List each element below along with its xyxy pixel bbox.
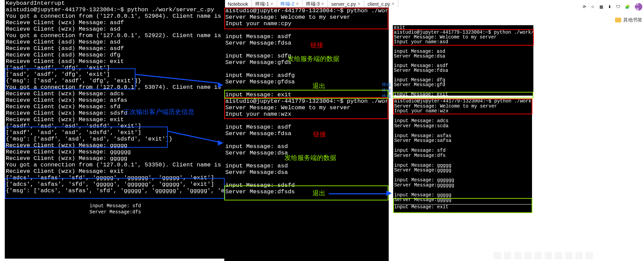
arrow-3 [329,193,388,194]
arrow-3-head [386,191,392,196]
tab-label: client_c.py [368,1,390,7]
annot-link-1: 链接 [310,41,323,50]
close-icon[interactable]: ✕ [270,2,273,6]
right-exit-box-1 [393,92,533,98]
app-icon-8[interactable] [565,252,573,259]
mid-exit-box-1 [224,90,388,99]
right-connect-box-2 [393,99,532,114]
history-box-2 [5,127,168,148]
terminal-snippet: input Message: sfd Server Message:dfs [88,203,171,216]
history-box-1 [5,68,135,89]
app-icon-3[interactable] [514,252,521,259]
terminal-middle-client[interactable]: aistudio@jupyter-441779-1323004:~$ pytho… [224,7,389,261]
tab-label: Notebook [228,1,248,7]
reload-icon[interactable]: ⟳ [583,4,586,9]
download-icon[interactable]: ⬇ [608,4,611,9]
browser-toolbar: ⟳ ☆ ▦ ⬇ 🛡 🧩 镇雄 [583,2,642,12]
app-icon-7[interactable] [555,252,562,259]
close-icon[interactable]: ✕ [296,2,299,6]
right-connect-box-1 [393,29,534,46]
right-exit-box-2 [393,198,532,213]
history-box-3 [5,178,225,199]
annot-send-2: 发给服务端的数据 [285,153,336,162]
star-icon[interactable]: ☆ [591,4,595,9]
tab-server_c.py[interactable]: server_c.py✕ [328,0,364,7]
tab-label: server_c.py [331,1,356,7]
close-icon[interactable]: ✕ [321,2,324,6]
mid-exit-box-2 [224,185,388,200]
arrow-1-head [218,82,223,88]
app-icon-2[interactable] [504,252,511,259]
grid-icon[interactable]: ▦ [599,4,603,9]
close-icon[interactable]: ✕ [391,2,395,6]
tab-label: 终端-3 [306,1,320,7]
tab-label: 终端-1 [255,1,269,7]
bookmarks-folder[interactable]: 其他书签 [615,17,642,23]
tab-终端-3[interactable]: 终端-3✕ [303,0,328,7]
tab-终端-1[interactable]: 终端-1✕ [252,0,277,7]
tab-label: 终端-2 [280,1,294,7]
app-icon-9[interactable] [575,252,583,259]
arrow-2-head [218,140,223,146]
annot-link-2: 链接 [313,130,326,139]
mid-connect-box-1 [224,8,388,29]
mid-connect-box-2 [224,97,388,119]
tab-client_c.py[interactable]: client_c.py✕ [364,0,398,7]
tab-bar: Notebook终端-1✕终端-2✕终端-3✕server_c.py✕clien… [224,0,398,7]
app-icon-4[interactable] [524,252,532,259]
bottom-toolbar [494,251,593,260]
avatar[interactable]: 镇雄 [635,3,642,11]
annot-history: 三次输出客户端历史信息 [123,108,194,116]
extension-icon[interactable]: 🧩 [625,4,630,9]
annot-exit-1: 退出 [312,82,325,91]
app-icon-1[interactable] [494,252,501,259]
app-icon-6[interactable] [545,252,552,259]
app-icon-5[interactable] [534,252,542,259]
folder-icon [615,18,621,22]
shield-icon[interactable]: 🛡 [616,4,620,9]
annot-send-1: 发给服务端的数据 [288,54,339,63]
terminal-right-b[interactable]: aistudio@jupyter-441779-1323004:~$ pytho… [393,99,532,204]
tab-Notebook[interactable]: Notebook [224,0,252,7]
tab-终端-2[interactable]: 终端-2✕ [277,0,302,7]
bookmarks-label: 其他书签 [623,17,642,23]
app-icon-10[interactable] [585,252,593,259]
annot-exit-2: 退出 [312,189,325,198]
close-icon[interactable]: ✕ [357,2,360,6]
